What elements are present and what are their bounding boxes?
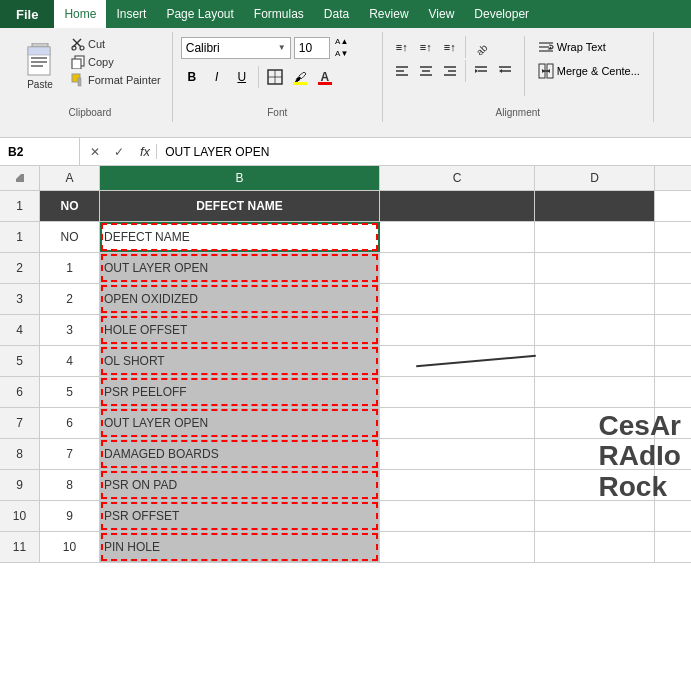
cut-button[interactable]: Cut xyxy=(68,36,108,52)
cell-a11[interactable]: 9 xyxy=(40,501,100,531)
col-header-d[interactable]: D xyxy=(535,166,655,190)
menu-view[interactable]: View xyxy=(419,0,465,28)
menu-data[interactable]: Data xyxy=(314,0,359,28)
cell-a5[interactable]: 3 xyxy=(40,315,100,345)
cell-b12[interactable]: PIN HOLE xyxy=(100,532,380,562)
merge-center-button[interactable]: Merge & Cente... xyxy=(533,60,645,82)
row-header-8[interactable]: 7 xyxy=(0,408,40,438)
cell-d2[interactable] xyxy=(535,222,655,252)
cell-d11[interactable] xyxy=(535,501,655,531)
align-top-right-button[interactable]: ≡↑ xyxy=(439,36,461,58)
cell-c2[interactable] xyxy=(380,222,535,252)
cell-c8[interactable] xyxy=(380,408,535,438)
cell-a10[interactable]: 8 xyxy=(40,470,100,500)
row-header-2[interactable]: 1 xyxy=(0,222,40,252)
indent-increase-button[interactable] xyxy=(494,60,516,82)
cell-d7[interactable] xyxy=(535,377,655,407)
cell-d9[interactable] xyxy=(535,439,655,469)
borders-button[interactable] xyxy=(264,66,286,88)
cell-a6[interactable]: 4 xyxy=(40,346,100,376)
formula-confirm-button[interactable]: ✓ xyxy=(108,141,130,163)
font-size-decrease-button[interactable]: A▼ xyxy=(333,48,351,59)
row-header-4[interactable]: 3 xyxy=(0,284,40,314)
cell-c9[interactable] xyxy=(380,439,535,469)
paste-button[interactable]: Paste xyxy=(16,36,64,96)
align-top-left-button[interactable]: ≡↑ xyxy=(391,36,413,58)
cell-b10[interactable]: PSR ON PAD xyxy=(100,470,380,500)
row-header-11[interactable]: 10 xyxy=(0,501,40,531)
row-header-6[interactable]: 5 xyxy=(0,346,40,376)
cell-a7[interactable]: 5 xyxy=(40,377,100,407)
row-header-10[interactable]: 9 xyxy=(0,470,40,500)
menu-home[interactable]: Home xyxy=(54,0,106,28)
cell-c12[interactable] xyxy=(380,532,535,562)
cell-b6[interactable]: OL SHORT xyxy=(100,346,380,376)
cell-a1[interactable]: NO xyxy=(40,191,100,221)
corner-select-all[interactable] xyxy=(0,166,40,190)
row-header-3[interactable]: 2 xyxy=(0,253,40,283)
cell-b11[interactable]: PSR OFFSET xyxy=(100,501,380,531)
col-header-c[interactable]: C xyxy=(380,166,535,190)
align-top-center-button[interactable]: ≡↑ xyxy=(415,36,437,58)
cell-a2[interactable]: NO xyxy=(40,222,100,252)
cell-a9[interactable]: 7 xyxy=(40,439,100,469)
font-size-box[interactable]: 10 xyxy=(294,37,330,59)
col-header-b[interactable]: B xyxy=(100,166,380,190)
cell-c7[interactable] xyxy=(380,377,535,407)
cell-d3[interactable] xyxy=(535,253,655,283)
cell-c3[interactable] xyxy=(380,253,535,283)
formula-cancel-button[interactable]: ✕ xyxy=(84,141,106,163)
menu-insert[interactable]: Insert xyxy=(106,0,156,28)
cell-c5[interactable] xyxy=(380,315,535,345)
cell-a12[interactable]: 10 xyxy=(40,532,100,562)
cell-d12[interactable] xyxy=(535,532,655,562)
menu-file[interactable]: File xyxy=(0,0,54,28)
row-header-5[interactable]: 4 xyxy=(0,315,40,345)
menu-formulas[interactable]: Formulas xyxy=(244,0,314,28)
cell-b4[interactable]: OPEN OXIDIZED xyxy=(100,284,380,314)
menu-developer[interactable]: Developer xyxy=(464,0,539,28)
font-size-increase-button[interactable]: A▲ xyxy=(333,36,351,47)
cell-b5[interactable]: HOLE OFFSET xyxy=(100,315,380,345)
cell-b1[interactable]: DEFECT NAME xyxy=(100,191,380,221)
orientation-button[interactable]: ab xyxy=(470,36,492,58)
cell-c6[interactable] xyxy=(380,346,535,376)
cell-c11[interactable] xyxy=(380,501,535,531)
formula-input[interactable] xyxy=(157,145,691,159)
cell-b8[interactable]: OUT LAYER OPEN xyxy=(100,408,380,438)
cell-b7[interactable]: PSR PEELOFF xyxy=(100,377,380,407)
cell-a4[interactable]: 2 xyxy=(40,284,100,314)
menu-review[interactable]: Review xyxy=(359,0,418,28)
bold-button[interactable]: B xyxy=(181,66,203,88)
menu-page-layout[interactable]: Page Layout xyxy=(156,0,243,28)
italic-button[interactable]: I xyxy=(206,66,228,88)
underline-button[interactable]: U xyxy=(231,66,253,88)
align-right-button[interactable] xyxy=(439,60,461,82)
indent-decrease-button[interactable] xyxy=(470,60,492,82)
cell-b3[interactable]: OUT LAYER OPEN xyxy=(100,253,380,283)
format-painter-button[interactable]: Format Painter xyxy=(68,72,164,88)
cell-b2[interactable]: DEFECT NAME xyxy=(100,222,380,252)
wrap-text-button[interactable]: Wrap Text xyxy=(533,36,645,58)
cell-d8[interactable] xyxy=(535,408,655,438)
row-header-7[interactable]: 6 xyxy=(0,377,40,407)
cell-d6[interactable] xyxy=(535,346,655,376)
cell-d1[interactable] xyxy=(535,191,655,221)
cell-c1[interactable] xyxy=(380,191,535,221)
highlight-color-button[interactable]: 🖌 xyxy=(289,66,311,88)
row-header-9[interactable]: 8 xyxy=(0,439,40,469)
align-center-button[interactable] xyxy=(415,60,437,82)
cell-a3[interactable]: 1 xyxy=(40,253,100,283)
font-name-selector[interactable]: Calibri ▼ xyxy=(181,37,291,59)
cell-b9[interactable]: DAMAGED BOARDS xyxy=(100,439,380,469)
cell-reference-box[interactable]: B2 xyxy=(0,138,80,165)
cell-d5[interactable] xyxy=(535,315,655,345)
row-header-12[interactable]: 11 xyxy=(0,532,40,562)
cell-a8[interactable]: 6 xyxy=(40,408,100,438)
copy-button[interactable]: Copy xyxy=(68,54,117,70)
cell-c10[interactable] xyxy=(380,470,535,500)
col-header-a[interactable]: A xyxy=(40,166,100,190)
align-left-button[interactable] xyxy=(391,60,413,82)
cell-d4[interactable] xyxy=(535,284,655,314)
cell-c4[interactable] xyxy=(380,284,535,314)
